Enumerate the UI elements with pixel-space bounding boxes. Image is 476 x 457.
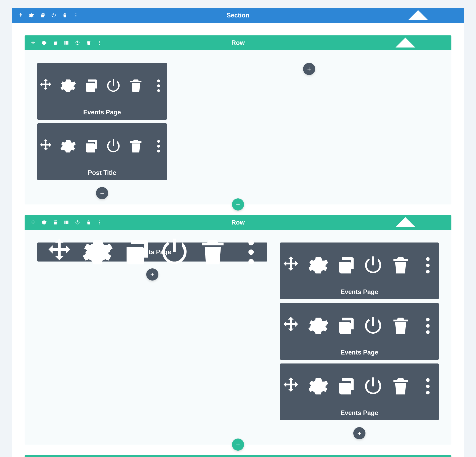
module-more-icon[interactable]	[150, 126, 167, 166]
add-module-button[interactable]: +	[353, 427, 365, 439]
module-trash-icon[interactable]	[127, 66, 144, 106]
module-title: Events Page	[280, 288, 439, 296]
module-power-icon[interactable]	[362, 306, 384, 346]
row-more-icon[interactable]	[97, 40, 102, 45]
module-title: Events Page	[280, 349, 439, 356]
add-module-button[interactable]: +	[96, 187, 108, 199]
row-bar: Row	[25, 35, 451, 50]
section-move-icon[interactable]	[18, 13, 23, 18]
module-toolbar	[37, 126, 167, 166]
column: Events Page+	[37, 243, 267, 439]
module-trash-icon[interactable]	[196, 232, 229, 272]
row-title: Row	[231, 219, 245, 226]
module[interactable]: Post Title	[37, 123, 167, 180]
row-more-icon[interactable]	[97, 220, 102, 225]
row: RowEvents Page+Events PageEvents PageEve…	[25, 215, 451, 445]
module-copy-icon[interactable]	[83, 66, 99, 106]
module-toolbar	[280, 245, 439, 286]
module-gear-icon[interactable]	[308, 245, 329, 286]
module[interactable]: Events Page	[280, 243, 439, 299]
module-copy-icon[interactable]	[120, 232, 152, 272]
row-move-icon[interactable]	[30, 40, 36, 45]
module-trash-icon[interactable]	[390, 245, 411, 286]
section-title: Section	[227, 12, 250, 19]
module-toolbar	[37, 66, 167, 106]
module-move-icon[interactable]	[37, 126, 54, 166]
row-body: Events PagePost Title++	[25, 50, 451, 204]
module-gear-icon[interactable]	[60, 66, 76, 106]
row-toolbar	[25, 220, 102, 225]
module-gear-icon[interactable]	[308, 306, 329, 346]
module-title: Post Title	[37, 169, 167, 176]
add-row-button[interactable]: +	[232, 198, 244, 211]
add-row-button[interactable]: +	[232, 439, 244, 451]
module[interactable]: Events Page	[280, 303, 439, 360]
row-trash-icon[interactable]	[86, 40, 91, 45]
section-gear-icon[interactable]	[29, 13, 34, 18]
module-move-icon[interactable]	[37, 66, 54, 106]
module-copy-icon[interactable]	[335, 245, 356, 286]
add-module-button[interactable]: +	[303, 63, 315, 75]
module-copy-icon[interactable]	[83, 126, 99, 166]
section-toolbar	[12, 13, 79, 18]
module-trash-icon[interactable]	[390, 306, 411, 346]
row-bar: Row	[25, 455, 451, 457]
module[interactable]: Events Page	[37, 243, 267, 262]
module-move-icon[interactable]	[43, 232, 76, 272]
module-power-icon[interactable]	[105, 66, 122, 106]
module[interactable]: Events Page	[37, 63, 167, 120]
module-toolbar	[280, 366, 439, 407]
module-gear-icon[interactable]	[308, 366, 329, 407]
module-copy-icon[interactable]	[335, 306, 356, 346]
module-move-icon[interactable]	[280, 245, 302, 286]
row-power-icon[interactable]	[75, 220, 80, 225]
column: Events PagePost Title+	[37, 63, 167, 199]
module-gear-icon[interactable]	[60, 126, 76, 166]
column: Events PageEvents PageEvents Page+	[280, 243, 439, 439]
columns: Events Page+Events PageEvents PageEvents…	[37, 243, 439, 439]
module-toolbar	[37, 232, 267, 272]
module-copy-icon[interactable]	[335, 366, 356, 407]
section: Section RowEvents PagePost Title+++RowEv…	[12, 8, 464, 457]
module-move-icon[interactable]	[280, 366, 302, 407]
module-title: Events Page	[37, 109, 167, 116]
row-bar: Row	[25, 215, 451, 230]
module-toolbar	[280, 306, 439, 346]
row: RowTextEvents PageEvents Page+•••+	[25, 455, 451, 457]
row-toolbar	[25, 40, 102, 45]
module[interactable]: Events Page	[280, 363, 439, 420]
row-copy-icon[interactable]	[53, 220, 58, 225]
row-columns-icon[interactable]	[64, 40, 69, 45]
column: +	[180, 63, 439, 199]
module-more-icon[interactable]	[417, 306, 439, 346]
row-gear-icon[interactable]	[42, 40, 47, 45]
module-power-icon[interactable]	[158, 232, 191, 272]
row-trash-icon[interactable]	[86, 220, 91, 225]
module-trash-icon[interactable]	[127, 126, 144, 166]
row-copy-icon[interactable]	[53, 40, 58, 45]
row: RowEvents PagePost Title+++	[25, 35, 451, 204]
row-gear-icon[interactable]	[42, 220, 47, 225]
collapse-icon[interactable]	[366, 442, 451, 457]
module-title: Events Page	[280, 409, 439, 417]
row-move-icon[interactable]	[30, 220, 36, 225]
section-power-icon[interactable]	[51, 13, 56, 18]
row-body: Events Page+Events PageEvents PageEvents…	[25, 230, 451, 445]
module-more-icon[interactable]	[417, 245, 439, 286]
section-bar: Section	[12, 8, 464, 23]
module-power-icon[interactable]	[105, 126, 122, 166]
module-power-icon[interactable]	[362, 366, 384, 407]
row-title: Row	[231, 39, 245, 46]
row-columns-icon[interactable]	[64, 220, 69, 225]
section-copy-icon[interactable]	[40, 13, 45, 18]
module-more-icon[interactable]	[150, 66, 167, 106]
module-power-icon[interactable]	[362, 245, 384, 286]
module-move-icon[interactable]	[280, 306, 302, 346]
section-trash-icon[interactable]	[62, 13, 67, 18]
module-gear-icon[interactable]	[81, 232, 114, 272]
module-trash-icon[interactable]	[390, 366, 411, 407]
module-more-icon[interactable]	[417, 366, 439, 407]
row-power-icon[interactable]	[75, 40, 80, 45]
module-more-icon[interactable]	[235, 232, 267, 272]
section-more-icon[interactable]	[73, 13, 79, 18]
